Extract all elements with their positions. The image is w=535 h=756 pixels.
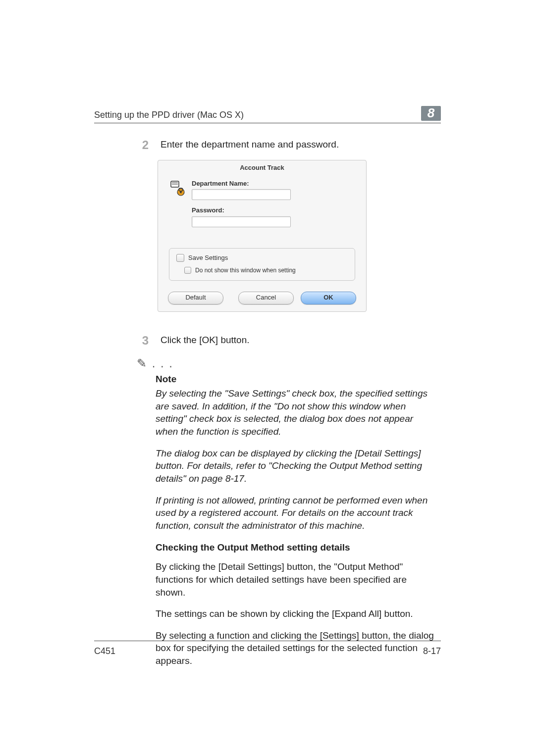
step-text: Click the [OK] button. (160, 334, 250, 347)
note-para-3: If printing is not allowed, printing can… (156, 494, 437, 532)
step-2: 2 Enter the department name and password… (137, 138, 441, 153)
default-button[interactable]: Default (168, 292, 223, 304)
chapter-badge: 8 (421, 106, 441, 121)
dept-name-label: Department Name: (192, 179, 355, 188)
section-para-1: By clicking the [Detail Settings] button… (156, 560, 437, 599)
page-footer: C451 8-17 (94, 641, 441, 657)
page-header: Setting up the PPD driver (Mac OS X) 8 (94, 106, 441, 123)
step-text: Enter the department name and password. (160, 138, 339, 151)
dept-name-input[interactable] (192, 189, 291, 200)
step-3: 3 Click the [OK] button. (137, 334, 441, 349)
do-not-show-checkbox-row[interactable]: Do not show this window when setting (184, 266, 348, 274)
dialog-title: Account Track (158, 160, 366, 179)
save-settings-checkbox[interactable] (176, 254, 184, 262)
note-heading: Note (156, 373, 441, 386)
model-label: C451 (94, 645, 115, 657)
step-number: 2 (137, 137, 149, 153)
subheading-output-method: Checking the Output Method setting detai… (156, 541, 441, 554)
section-para-2: The settings can be shown by clicking th… (156, 607, 437, 620)
page-number: 8-17 (423, 645, 441, 657)
lock-icon (169, 179, 186, 196)
ok-button[interactable]: OK (301, 292, 356, 304)
password-label: Password: (192, 206, 355, 215)
save-settings-checkbox-row[interactable]: Save Settings (176, 253, 348, 262)
cancel-button[interactable]: Cancel (238, 292, 294, 304)
note-para-2: The dialog box can be displayed by click… (156, 447, 437, 485)
account-track-dialog: Account Track Department Name: (158, 160, 367, 311)
section-title: Setting up the PPD driver (Mac OS X) (94, 109, 244, 121)
password-input[interactable] (192, 216, 291, 227)
do-not-show-label: Do not show this window when setting (195, 266, 296, 274)
step-number: 3 (137, 333, 149, 349)
save-settings-label: Save Settings (188, 253, 228, 262)
note-icon: ✎ . . . (137, 355, 441, 371)
save-settings-group: Save Settings Do not show this window wh… (169, 248, 355, 281)
do-not-show-checkbox[interactable] (184, 267, 191, 274)
note-para-1: By selecting the "Save Settings" check b… (156, 387, 437, 438)
svg-rect-3 (180, 191, 182, 193)
